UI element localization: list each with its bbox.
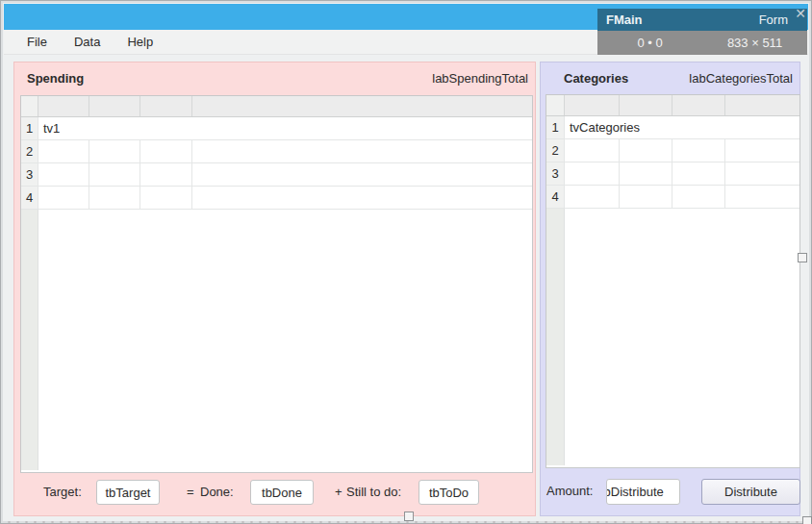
resize-handle-corner[interactable] xyxy=(802,516,812,524)
grid-cell[interactable] xyxy=(192,140,532,162)
amount-textbox[interactable]: tbDistribute xyxy=(606,479,680,505)
grid-row[interactable]: 1tvCategories xyxy=(546,116,799,139)
grid-gutter-fill xyxy=(546,209,565,465)
still-to-do-label: Still to do: xyxy=(346,480,401,505)
grid-cell[interactable] xyxy=(565,139,620,162)
overlay-size: 833 × 511 xyxy=(702,31,807,55)
grid-cell[interactable] xyxy=(140,140,192,162)
grid-row[interactable]: 1tv1 xyxy=(21,117,532,140)
distribute-button[interactable]: Distribute xyxy=(701,479,800,505)
amount-label: Amount: xyxy=(546,479,593,504)
todo-textbox[interactable] xyxy=(419,480,479,505)
grid-cell[interactable] xyxy=(725,162,799,185)
grid-header-cell xyxy=(620,95,672,115)
categories-total-label: labCategoriesTotal xyxy=(689,71,793,86)
grid-cell[interactable] xyxy=(620,162,672,185)
grid-row-number: 4 xyxy=(546,186,565,208)
spending-gridview[interactable]: 1tv1234 xyxy=(20,95,533,473)
spending-panel-title: Spending xyxy=(27,71,84,86)
grid-row-number: 3 xyxy=(546,162,565,185)
overlay-form-type: Form xyxy=(759,12,788,27)
grid-control-name: tvCategories xyxy=(565,116,799,138)
grid-header-cell xyxy=(89,96,140,116)
grid-cell[interactable] xyxy=(192,163,532,186)
resize-handle-bottom[interactable] xyxy=(404,512,414,521)
categories-panel-title: Categories xyxy=(564,71,628,86)
grid-control-name: tv1 xyxy=(38,117,532,139)
grid-row[interactable]: 2 xyxy=(21,140,532,163)
grid-header-row xyxy=(546,95,799,116)
grid-row[interactable]: 2 xyxy=(546,139,799,162)
grid-empty-area[interactable] xyxy=(546,209,799,465)
categories-panel: Categories labCategoriesTotal 1tvCategor… xyxy=(540,62,800,516)
spending-total-label: labSpendingTotal xyxy=(432,71,528,86)
grid-header-cell xyxy=(672,95,725,115)
form-designer-overlay: FMain Form ✕ 0 • 0 833 × 511 xyxy=(597,9,807,55)
grid-row-number: 1 xyxy=(546,116,565,138)
grid-row[interactable]: 4 xyxy=(546,186,799,209)
grid-header-cell xyxy=(38,96,89,116)
grid-row-number: 2 xyxy=(546,139,565,162)
grid-header-gutter xyxy=(21,96,38,116)
amount-textbox-text: tbDistribute xyxy=(606,480,664,504)
grid-row[interactable]: 4 xyxy=(21,187,532,210)
grid-gutter-fill xyxy=(21,210,38,470)
grid-empty-area[interactable] xyxy=(21,210,532,470)
designer-grid-dots xyxy=(136,32,597,53)
grid-row[interactable]: 3 xyxy=(21,163,532,187)
grid-row[interactable]: 3 xyxy=(546,162,799,186)
overlay-status-bar: 0 • 0 833 × 511 xyxy=(597,31,807,55)
grid-header-row xyxy=(21,96,532,117)
grid-cell[interactable] xyxy=(725,186,799,208)
grid-cell[interactable] xyxy=(672,162,725,185)
overlay-position: 0 • 0 xyxy=(597,31,702,55)
grid-cell[interactable] xyxy=(620,139,672,162)
plus-sign: + xyxy=(335,480,343,505)
menu-item-data[interactable]: Data xyxy=(64,31,110,53)
done-label: Done: xyxy=(200,480,234,505)
grid-cell[interactable] xyxy=(140,187,192,209)
grid-cell[interactable] xyxy=(672,186,725,208)
overlay-form-name: FMain xyxy=(606,12,643,27)
grid-cell[interactable] xyxy=(89,187,140,209)
grid-cell[interactable] xyxy=(38,140,89,162)
spending-panel: Spending labSpendingTotal 1tv1234 Target… xyxy=(13,62,536,516)
target-textbox[interactable] xyxy=(96,480,160,505)
overlay-header[interactable]: FMain Form xyxy=(597,9,807,31)
grid-header-cell xyxy=(140,96,192,116)
grid-cell[interactable] xyxy=(89,163,140,186)
grid-cell[interactable] xyxy=(89,140,140,162)
grid-row-number: 4 xyxy=(21,187,38,209)
equals-sign: = xyxy=(187,480,194,505)
grid-header-cell xyxy=(725,95,799,115)
ide-form-designer-window: File Data Help Spending labSpendingTotal… xyxy=(0,0,812,524)
grid-cell[interactable] xyxy=(725,139,799,162)
grid-header-cell xyxy=(565,95,620,115)
grid-cell[interactable] xyxy=(672,139,725,162)
grid-cell[interactable] xyxy=(38,163,89,186)
close-icon[interactable]: ✕ xyxy=(795,7,806,20)
grid-cell[interactable] xyxy=(620,186,672,208)
grid-cell[interactable] xyxy=(38,187,89,209)
resize-handle-right[interactable] xyxy=(798,253,807,262)
grid-cell[interactable] xyxy=(192,187,532,209)
target-label: Target: xyxy=(43,480,82,505)
grid-header-cell xyxy=(192,96,532,116)
done-textbox[interactable] xyxy=(250,480,314,505)
categories-gridview[interactable]: 1tvCategories234 xyxy=(546,94,800,468)
grid-row-number: 2 xyxy=(21,140,38,162)
grid-cell[interactable] xyxy=(565,162,620,185)
menu-item-file[interactable]: File xyxy=(17,31,57,53)
grid-row-number: 1 xyxy=(21,117,38,139)
grid-cell[interactable] xyxy=(565,186,620,208)
grid-row-number: 3 xyxy=(21,163,38,186)
grid-header-gutter xyxy=(546,95,565,115)
grid-cell[interactable] xyxy=(140,163,192,186)
